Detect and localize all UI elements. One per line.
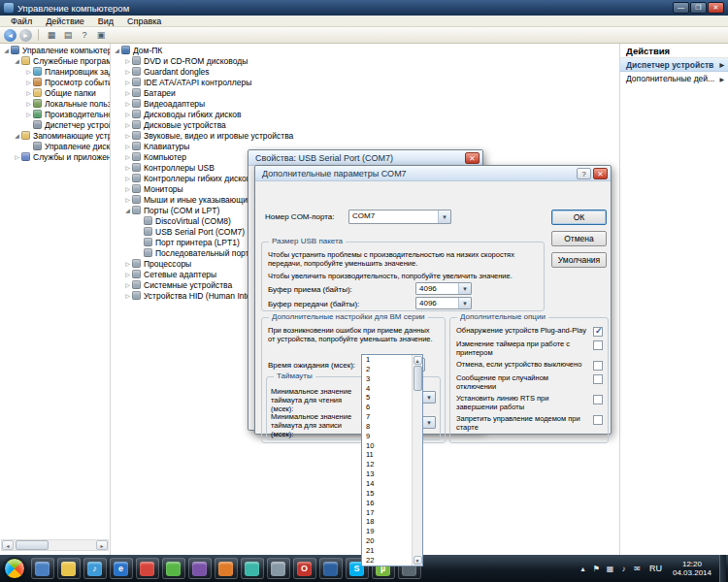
dropdown-option[interactable]: 21: [362, 546, 412, 556]
expander-icon[interactable]: ▷: [123, 271, 132, 277]
chevron-down-icon[interactable]: ▼: [438, 210, 450, 223]
taskbar-app-button[interactable]: [31, 558, 54, 579]
chevron-right-icon[interactable]: ▶: [719, 61, 724, 68]
toolbar-icon[interactable]: ▦: [45, 29, 58, 42]
scrollbar-thumb[interactable]: [16, 540, 49, 550]
toolbar-icon[interactable]: ?: [78, 29, 91, 42]
expander-icon[interactable]: ▷: [24, 68, 33, 75]
dropdown-scrollbar[interactable]: ▲ ▼: [412, 355, 422, 566]
tray-icon[interactable]: ▦: [605, 565, 615, 573]
dropdown-option[interactable]: 14: [362, 479, 412, 489]
back-icon[interactable]: ◄: [4, 29, 17, 42]
taskbar-app-button[interactable]: [57, 558, 81, 579]
expander-icon[interactable]: ▷: [123, 164, 132, 171]
dropdown-option[interactable]: 18: [362, 517, 412, 527]
checkbox[interactable]: [593, 340, 603, 350]
tray-icon[interactable]: ⚑: [591, 565, 602, 573]
taskbar-app-button[interactable]: e: [110, 558, 133, 579]
taskbar-app-button[interactable]: [319, 558, 343, 579]
expander-icon[interactable]: ▷: [123, 292, 132, 299]
expander-icon[interactable]: ◢: [13, 132, 21, 139]
tree-item[interactable]: ▷ Службы и приложения: [0, 151, 110, 162]
com-port-select[interactable]: COM7 ▼: [348, 210, 451, 224]
scroll-up-icon[interactable]: ▲: [414, 356, 422, 365]
scroll-left-icon[interactable]: ◄: [2, 540, 14, 550]
expander-icon[interactable]: ▷: [123, 185, 132, 192]
dropdown-option[interactable]: 19: [362, 527, 412, 536]
menu-item[interactable]: Справка: [120, 16, 168, 27]
expander-icon[interactable]: ▷: [24, 79, 33, 85]
maximize-button[interactable]: ❐: [690, 2, 707, 14]
scrollbar-thumb[interactable]: [414, 366, 422, 391]
tree-item[interactable]: ▷ Локальные пользователи: [0, 98, 110, 109]
expander-icon[interactable]: ▷: [24, 111, 33, 117]
chevron-down-icon[interactable]: ▼: [422, 417, 435, 428]
checkbox[interactable]: [593, 374, 603, 384]
tx-buffer-select[interactable]: 4096 ▼: [415, 297, 472, 309]
tree-item[interactable]: ▷ DVD и CD-ROM дисководы: [111, 55, 619, 66]
tree-item[interactable]: ▷ Производительность: [0, 109, 110, 119]
toolbar-icon[interactable]: ▣: [94, 29, 108, 42]
expander-icon[interactable]: ▷: [123, 196, 132, 203]
tree-item[interactable]: ◢ Запоминающие устройства: [0, 130, 110, 141]
taskbar-app-button[interactable]: [267, 558, 290, 579]
rx-buffer-select[interactable]: 4096 ▼: [415, 282, 472, 295]
tree-item[interactable]: ▷ Общие папки: [0, 87, 110, 98]
expander-icon[interactable]: ▷: [13, 153, 21, 160]
checkbox[interactable]: [593, 395, 603, 404]
taskbar-app-button[interactable]: ♪: [83, 558, 107, 579]
dropdown-option[interactable]: 13: [362, 469, 412, 479]
start-button[interactable]: [4, 558, 25, 579]
close-icon[interactable]: ✕: [593, 168, 608, 179]
chevron-right-icon[interactable]: ▶: [719, 76, 724, 82]
expander-icon[interactable]: ◢: [113, 47, 121, 53]
tree-item[interactable]: ▷ Просмотр событий: [0, 77, 110, 87]
close-button[interactable]: ✕: [708, 2, 724, 14]
expander-icon[interactable]: ▷: [24, 89, 33, 96]
dropdown-option[interactable]: 8: [362, 422, 412, 432]
toolbar-icon[interactable]: ▤: [61, 29, 75, 42]
taskbar-app-button[interactable]: [215, 558, 238, 579]
expander-icon[interactable]: ◢: [2, 47, 11, 53]
dropdown-option[interactable]: 4: [362, 384, 412, 394]
horizontal-scrollbar[interactable]: ◄ ►: [1, 539, 109, 551]
dropdown-option[interactable]: 1: [362, 355, 412, 365]
dropdown-option[interactable]: 10: [362, 441, 412, 451]
dropdown-option[interactable]: 16: [362, 499, 412, 508]
expander-icon[interactable]: ▷: [123, 153, 132, 160]
expander-icon[interactable]: ▷: [123, 121, 132, 128]
expander-icon[interactable]: ◢: [13, 57, 21, 64]
taskbar-app-button[interactable]: [136, 558, 159, 579]
tree-item[interactable]: ▷ IDE ATA/ATAPI контроллеры: [111, 77, 619, 87]
expander-icon[interactable]: ▷: [123, 260, 132, 267]
expander-icon[interactable]: ▷: [24, 100, 33, 107]
tree-item[interactable]: ▷ Дисковые устройства: [111, 119, 619, 130]
expander-icon[interactable]: ▷: [123, 68, 132, 75]
expander-icon[interactable]: ▷: [123, 89, 132, 96]
tree-item[interactable]: ▷ Видеоадаптеры: [111, 98, 619, 109]
expander-icon[interactable]: ▷: [123, 132, 132, 139]
tree-item[interactable]: Управление дисками: [0, 141, 110, 151]
ok-button[interactable]: ОК: [551, 210, 607, 225]
forward-icon[interactable]: ►: [19, 29, 32, 42]
clock[interactable]: 12:20 04.03.2014: [669, 560, 715, 577]
tree-item[interactable]: Диспетчер устройств: [0, 119, 110, 130]
defaults-button[interactable]: Умолчания: [551, 252, 607, 268]
actions-more[interactable]: Дополнительные дей... ▶: [620, 72, 728, 85]
close-icon[interactable]: ✕: [465, 152, 480, 164]
tree-item[interactable]: ▷ Планировщик заданий: [0, 66, 110, 77]
taskbar-app-button[interactable]: [162, 558, 185, 579]
checkbox[interactable]: [593, 361, 603, 371]
tree-item[interactable]: ▷ Звуковые, видео и игровые устройства: [111, 130, 619, 141]
expander-icon[interactable]: ▷: [123, 175, 132, 181]
expander-icon[interactable]: ▷: [123, 111, 132, 117]
tree-item[interactable]: ▷ Батареи: [111, 87, 619, 98]
dropdown-option[interactable]: 9: [362, 432, 412, 441]
expander-icon[interactable]: ▷: [123, 79, 132, 85]
chevron-down-icon[interactable]: ▼: [458, 298, 471, 308]
tree-item[interactable]: ◢ Дом-ПК: [111, 45, 619, 55]
dropdown-option[interactable]: 2: [362, 365, 412, 374]
taskbar-app-button[interactable]: [241, 558, 264, 579]
help-icon[interactable]: ?: [577, 168, 591, 179]
tree-item[interactable]: ◢ Управление компьютером (л: [0, 45, 110, 55]
